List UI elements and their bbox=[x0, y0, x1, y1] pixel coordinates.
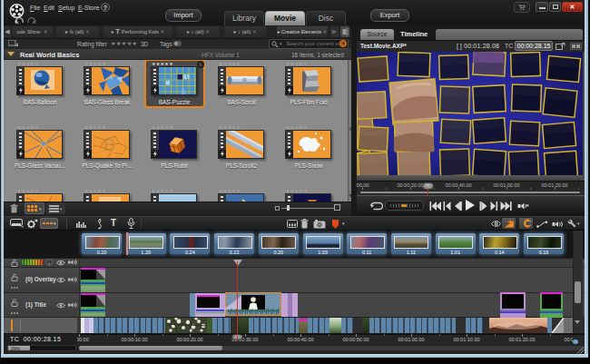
svg-text:B: B bbox=[103, 136, 115, 154]
svg-text:B: B bbox=[242, 77, 247, 84]
